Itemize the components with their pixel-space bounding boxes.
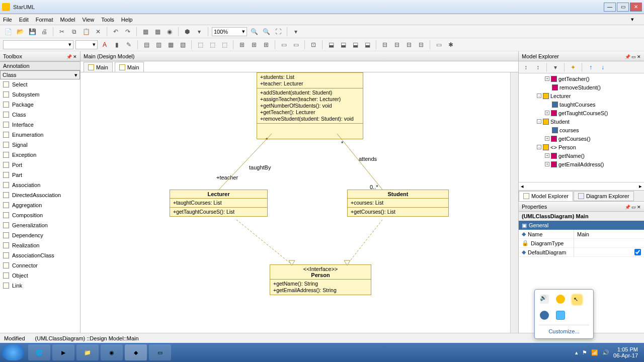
tool-dependency[interactable]: Dependency [0, 230, 80, 240]
maximize-icon[interactable]: ▭ [631, 54, 636, 59]
close-icon[interactable]: ✕ [637, 54, 641, 59]
pin-icon[interactable]: 📌 [625, 205, 630, 210]
scrollbar-vertical[interactable] [510, 72, 518, 343]
menu-view[interactable]: View [83, 17, 95, 23]
redo-icon[interactable]: ↷ [123, 27, 133, 37]
taskbar-app-staruml[interactable]: ◆ [125, 344, 147, 360]
tool-associationclass[interactable]: AssociationClass [0, 250, 80, 260]
tool-object[interactable]: Object [0, 270, 80, 281]
tool-aggregation[interactable]: Aggregation [0, 200, 80, 210]
uml-class-course[interactable]: +students: List +teacher: Lecturer +addS… [257, 72, 363, 139]
menu-overflow-icon[interactable]: ▾ [631, 16, 634, 23]
expand-icon[interactable]: + [545, 153, 549, 158]
tray-icon[interactable] [556, 295, 565, 304]
layout-icon[interactable]: ⬓ [326, 40, 336, 50]
fillcolor-icon[interactable]: ▮ [112, 40, 122, 50]
sort-icon[interactable]: ↕ [521, 62, 531, 72]
fontcolor-icon[interactable]: A [100, 40, 110, 50]
tab-diagram-explorer[interactable]: Diagram Explorer [574, 191, 634, 201]
expand-icon[interactable]: + [545, 111, 549, 115]
layout-icon[interactable]: ⊟ [404, 40, 414, 50]
close-icon[interactable]: ✕ [637, 205, 641, 210]
tool-class[interactable]: Class [0, 110, 80, 120]
align-icon[interactable]: ▤ [141, 40, 151, 50]
network-icon[interactable]: 📶 [591, 349, 598, 356]
align-icon[interactable]: ▦ [166, 40, 176, 50]
menu-help[interactable]: Help [121, 17, 133, 23]
uml-class-lecturer[interactable]: Lecturer +taughtCourses: List +getTaught… [170, 190, 268, 217]
layout-icon[interactable]: ▭ [291, 40, 301, 50]
customize-link[interactable]: Customize... [539, 325, 589, 334]
tree-node[interactable]: -Lecturer [521, 92, 642, 100]
expand-icon[interactable]: + [545, 76, 549, 81]
canvas-tab[interactable]: Main [115, 62, 144, 72]
tool-part[interactable]: Part [0, 170, 80, 180]
model-tree[interactable]: +getTeacher()removeStudent()-Lecturertau… [519, 73, 644, 182]
menu-model[interactable]: Model [60, 17, 75, 23]
layout-icon[interactable]: ⬓ [350, 40, 360, 50]
down-icon[interactable]: ↓ [598, 62, 608, 72]
layout-icon[interactable]: ▭ [434, 40, 444, 50]
tree-node[interactable]: -<> Person [521, 143, 642, 151]
tool-icon[interactable]: ▾ [291, 27, 301, 37]
prop-row-defaultdiagram[interactable]: ◆DefaultDiagram [519, 248, 644, 257]
layout-icon[interactable]: ⊟ [380, 40, 390, 50]
expand-icon[interactable]: + [545, 162, 549, 166]
expand-icon[interactable]: - [537, 119, 541, 124]
layout-icon[interactable]: ⬚ [207, 40, 217, 50]
tool-select[interactable]: Select [0, 79, 80, 89]
canvas-tab[interactable]: Main [84, 62, 113, 72]
tree-node[interactable]: courses [521, 126, 642, 134]
tool-interface[interactable]: Interface [0, 120, 80, 130]
properties-section-general[interactable]: ▣General [519, 221, 644, 230]
menu-format[interactable]: Format [36, 17, 53, 23]
font-combo[interactable]: ▾ [3, 40, 73, 49]
tool-port[interactable]: Port [0, 160, 80, 170]
layout-icon[interactable]: ⊞ [261, 40, 271, 50]
zoom-in-icon[interactable]: 🔍 [261, 27, 271, 37]
expand-icon[interactable]: + [545, 136, 549, 141]
save-icon[interactable]: 💾 [27, 27, 37, 37]
tab-model-explorer[interactable]: Model Explorer [519, 191, 573, 201]
copy-icon[interactable]: ⧉ [69, 27, 79, 37]
delete-icon[interactable]: ✕ [93, 27, 103, 37]
flag-icon[interactable]: ⚑ [582, 349, 587, 356]
tree-node[interactable]: -Student [521, 117, 642, 126]
tray-icon[interactable] [540, 311, 549, 320]
zoom-out-icon[interactable]: 🔍 [249, 27, 259, 37]
up-icon[interactable]: ↑ [586, 62, 596, 72]
tool-directedassociation[interactable]: DirectedAssociation [0, 190, 80, 200]
toolbox-category-class[interactable]: Class▾ [0, 70, 80, 79]
cut-icon[interactable]: ✂ [57, 27, 67, 37]
layout-icon[interactable]: ⬓ [362, 40, 372, 50]
close-button[interactable]: ✕ [630, 3, 642, 12]
pin-icon[interactable]: 📌 [625, 54, 630, 59]
taskbar-app-explorer[interactable]: 📁 [76, 344, 99, 360]
pin-icon[interactable]: 📌 [66, 54, 72, 59]
tool-link[interactable]: Link [0, 281, 80, 291]
tree-node[interactable]: +getEmailAddress() [521, 160, 642, 168]
tool-realization[interactable]: Realization [0, 240, 80, 250]
layout-icon[interactable]: ⊡ [308, 40, 318, 50]
layout-icon[interactable]: ⬓ [338, 40, 348, 50]
tool-icon[interactable]: ▦ [152, 27, 163, 37]
start-button[interactable] [2, 344, 24, 360]
prop-row-name[interactable]: ◆Name Main [519, 230, 644, 239]
tool-signal[interactable]: Signal [0, 140, 80, 150]
tree-hscroll[interactable]: ◂▸ [519, 182, 644, 190]
layout-icon[interactable]: ⊟ [416, 40, 426, 50]
tree-node[interactable]: +getCourses() [521, 134, 642, 143]
maximize-icon[interactable]: ▭ [631, 205, 636, 210]
layout-icon[interactable]: ⊟ [392, 40, 402, 50]
sort-icon[interactable]: ↕ [533, 62, 543, 72]
tool-icon[interactable]: ▦ [140, 27, 150, 37]
menu-file[interactable]: File [3, 17, 12, 23]
tool-icon[interactable]: ⬢ [182, 27, 192, 37]
tree-node[interactable]: removeStudent() [521, 83, 642, 92]
volume-icon[interactable]: 🔊 [540, 295, 549, 304]
layout-icon[interactable]: ▭ [279, 40, 289, 50]
taskbar-app-media[interactable]: ▶ [52, 344, 74, 360]
tool-generalization[interactable]: Generalization [0, 220, 80, 230]
tool-package[interactable]: Package [0, 100, 80, 110]
close-icon[interactable]: ✕ [73, 54, 77, 59]
